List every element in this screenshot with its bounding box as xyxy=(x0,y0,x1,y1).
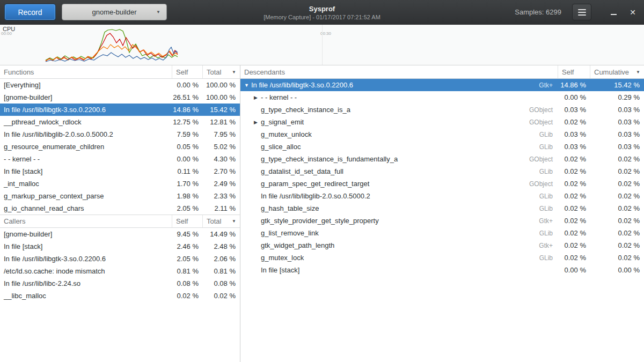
table-row[interactable]: In file /usr/lib/libgtk-3.so.0.2200.6 14… xyxy=(0,104,240,116)
function-name-cell: In file /usr/lib/libglib-2.0.so.0.5000.2… xyxy=(240,192,558,200)
table-row[interactable]: In file /usr/lib/libglib-2.0.so.0.5000.2… xyxy=(0,128,240,141)
function-name-label: g_list_remove_link xyxy=(261,229,319,237)
tree-row[interactable]: ▶ - - kernel - - 0.00 % 0.29 % xyxy=(240,91,644,104)
tree-row[interactable]: g_type_check_instance_is_a GObject 0.03 … xyxy=(240,104,644,116)
self-percent-cell: 12.75 % xyxy=(172,118,203,126)
function-name-cell: g_datalist_id_set_data_full GLib xyxy=(240,167,558,175)
tree-row[interactable]: g_mutex_lock GLib 0.02 % 0.02 % xyxy=(240,252,644,264)
function-name-cell: [gnome-builder] xyxy=(0,93,172,101)
library-badge: Gtk+ xyxy=(539,217,558,225)
descendants-header-row: Descendants Self Cumulative ▼ xyxy=(240,65,644,79)
tree-row[interactable]: g_param_spec_get_redirect_target GObject… xyxy=(240,178,644,190)
library-badge: GLib xyxy=(539,143,558,151)
self-percent-cell: 0.02 % xyxy=(558,217,590,225)
table-row[interactable]: g_io_channel_read_chars 2.05 % 2.11 % xyxy=(0,202,240,215)
process-selector-label: gnome-builder xyxy=(92,8,136,16)
table-row[interactable]: In file [stack] 0.11 % 2.70 % xyxy=(0,165,240,178)
total-percent-cell: 0.81 % xyxy=(203,267,240,275)
function-name-cell: g_type_check_instance_is_fundamentally_a… xyxy=(240,155,558,163)
column-header-descendants[interactable]: Descendants xyxy=(240,65,558,78)
table-row[interactable]: [gnome-builder] 9.45 % 14.49 % xyxy=(0,228,240,240)
minimize-button[interactable] xyxy=(606,5,620,19)
self-percent-cell: 0.02 % xyxy=(558,155,590,163)
cumulative-percent-cell: 15.42 % xyxy=(590,81,644,89)
table-row[interactable]: In file [stack] 2.46 % 2.48 % xyxy=(0,240,240,253)
process-selector-dropdown[interactable]: gnome-builder ▼ xyxy=(62,4,167,20)
function-name-cell: g_markup_parse_context_parse xyxy=(0,192,172,200)
cumulative-percent-cell: 0.02 % xyxy=(590,204,644,212)
cpu-timeline-graph[interactable]: CPU 00:00 00:30 xyxy=(0,25,644,65)
library-badge: GLib xyxy=(539,131,558,138)
total-percent-cell: 7.95 % xyxy=(203,130,240,138)
total-percent-cell: 4.30 % xyxy=(203,155,240,163)
cumulative-percent-cell: 0.02 % xyxy=(590,217,644,225)
table-row[interactable]: - - kernel - - 0.00 % 4.30 % xyxy=(0,153,240,165)
total-percent-cell: 14.49 % xyxy=(203,230,240,238)
library-badge: GLib xyxy=(539,254,558,262)
close-button[interactable]: ✕ xyxy=(626,5,640,19)
table-row[interactable]: [Everything] 0.00 % 100.00 % xyxy=(0,79,240,91)
table-row[interactable]: _int_malloc 1.70 % 2.49 % xyxy=(0,178,240,190)
column-header-self[interactable]: Self xyxy=(172,65,203,78)
function-name-cell: ▶ - - kernel - - xyxy=(240,93,558,101)
function-name-cell: g_resource_enumerate_children xyxy=(0,143,172,151)
column-header-total[interactable]: Total ▼ xyxy=(203,215,240,227)
column-header-total[interactable]: Total ▼ xyxy=(203,65,240,78)
tree-row[interactable]: ▶ g_signal_emit GObject 0.02 % 0.03 % xyxy=(240,116,644,128)
total-percent-cell: 2.11 % xyxy=(203,204,240,212)
column-header-functions[interactable]: Functions xyxy=(0,65,172,78)
library-badge: GLib xyxy=(539,168,558,175)
table-row[interactable]: __libc_malloc 0.02 % 0.02 % xyxy=(0,290,240,302)
cpu-usage-chart xyxy=(0,25,644,65)
self-percent-cell: 0.02 % xyxy=(558,254,590,262)
tree-row[interactable]: g_slice_alloc GLib 0.03 % 0.03 % xyxy=(240,141,644,153)
self-percent-cell: 0.02 % xyxy=(558,180,590,188)
sort-indicator-icon: ▼ xyxy=(232,219,236,224)
menu-button[interactable] xyxy=(572,4,591,20)
table-row[interactable]: g_markup_parse_context_parse 1.98 % 2.33… xyxy=(0,190,240,202)
tree-row[interactable]: ▼ In file /usr/lib/libgtk-3.so.0.2200.6 … xyxy=(240,79,644,91)
column-header-callers[interactable]: Callers xyxy=(0,215,172,227)
table-row[interactable]: In file /usr/lib/libc-2.24.so 0.08 % 0.0… xyxy=(0,277,240,290)
tree-row[interactable]: g_list_remove_link GLib 0.02 % 0.02 % xyxy=(240,227,644,239)
cumulative-percent-cell: 0.03 % xyxy=(590,130,644,138)
tree-row[interactable]: g_type_check_instance_is_fundamentally_a… xyxy=(240,153,644,165)
function-name-cell: g_param_spec_get_redirect_target GObject xyxy=(240,180,558,188)
column-header-cumulative[interactable]: Cumulative ▼ xyxy=(590,65,644,78)
function-name-cell: gtk_style_provider_get_style_property Gt… xyxy=(240,217,558,225)
table-row[interactable]: In file /usr/lib/libgtk-3.so.0.2200.6 2.… xyxy=(0,253,240,265)
function-name-cell: In file /usr/lib/libglib-2.0.so.0.5000.2 xyxy=(0,130,172,138)
total-percent-cell: 2.33 % xyxy=(203,192,240,200)
self-percent-cell: 0.02 % xyxy=(558,241,590,249)
tree-row[interactable]: g_hash_table_size GLib 0.02 % 0.02 % xyxy=(240,202,644,215)
table-row[interactable]: __pthread_rwlock_rdlock 12.75 % 12.81 % xyxy=(0,116,240,128)
self-percent-cell: 0.00 % xyxy=(558,266,590,274)
table-row[interactable]: g_resource_enumerate_children 0.05 % 5.0… xyxy=(0,141,240,153)
expander-icon[interactable]: ▼ xyxy=(244,83,251,88)
tree-row[interactable]: gtk_style_provider_get_style_property Gt… xyxy=(240,215,644,227)
tree-row[interactable]: In file /usr/lib/libglib-2.0.so.0.5000.2… xyxy=(240,190,644,202)
self-percent-cell: 14.86 % xyxy=(558,81,590,89)
function-name-cell: ▼ In file /usr/lib/libgtk-3.so.0.2200.6 … xyxy=(240,81,558,89)
tree-row[interactable]: g_datalist_id_set_data_full GLib 0.02 % … xyxy=(240,165,644,178)
self-percent-cell: 9.45 % xyxy=(172,230,203,238)
function-name-cell: - - kernel - - xyxy=(0,155,172,163)
self-percent-cell: 0.03 % xyxy=(558,143,590,151)
cumulative-percent-cell: 0.03 % xyxy=(590,106,644,114)
cumulative-percent-cell: 0.29 % xyxy=(590,93,644,101)
column-header-self[interactable]: Self xyxy=(172,215,203,227)
function-name-label: In file /usr/lib/libgtk-3.so.0.2200.6 xyxy=(251,81,353,89)
tree-row[interactable]: g_mutex_unlock GLib 0.03 % 0.03 % xyxy=(240,128,644,141)
library-badge: GObject xyxy=(529,180,558,188)
table-row[interactable]: [gnome-builder] 26.51 % 100.00 % xyxy=(0,91,240,104)
record-button[interactable]: Record xyxy=(4,4,56,20)
table-row[interactable]: /etc/ld.so.cache: inode mismatch 0.81 % … xyxy=(0,265,240,277)
column-header-self[interactable]: Self xyxy=(558,65,590,78)
expander-icon[interactable]: ▶ xyxy=(254,120,261,125)
expander-icon[interactable]: ▶ xyxy=(254,95,261,100)
samples-count: Samples: 6299 xyxy=(515,8,561,16)
function-name-label: g_param_spec_get_redirect_target xyxy=(261,180,369,188)
tree-row[interactable]: In file [stack] 0.00 % 0.00 % xyxy=(240,264,644,276)
tree-row[interactable]: gtk_widget_path_length Gtk+ 0.02 % 0.02 … xyxy=(240,239,644,252)
cpu-red-line xyxy=(46,33,178,61)
